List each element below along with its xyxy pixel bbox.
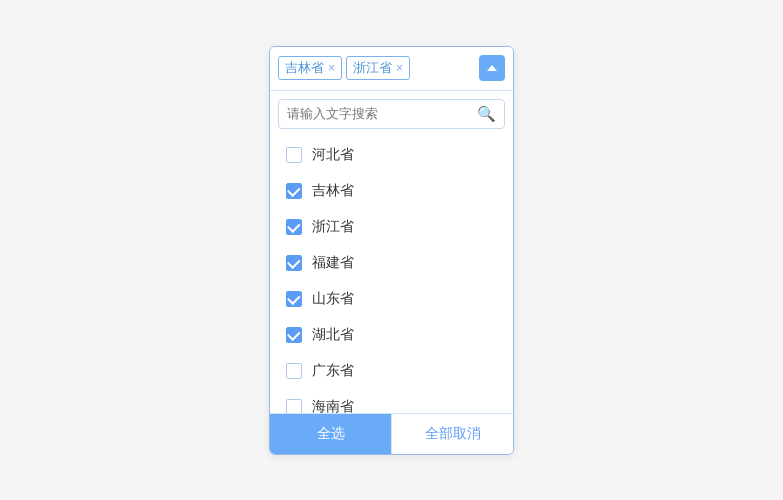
tag-jilin[interactable]: 吉林省 × — [278, 56, 342, 80]
svg-marker-0 — [487, 65, 497, 71]
footer-buttons: 全选 全部取消 — [270, 413, 513, 454]
checkbox-fujian — [286, 255, 302, 271]
search-box[interactable]: 🔍 — [278, 99, 505, 129]
option-label-hainan: 海南省 — [312, 398, 354, 413]
option-item-hubei[interactable]: 湖北省 — [270, 317, 513, 353]
tag-label: 浙江省 — [353, 59, 392, 77]
select-all-button[interactable]: 全选 — [270, 414, 391, 454]
tag-label: 吉林省 — [285, 59, 324, 77]
option-item-hainan[interactable]: 海南省 — [270, 389, 513, 413]
tag-close-zhejiang[interactable]: × — [396, 62, 403, 74]
tag-zhejiang[interactable]: 浙江省 × — [346, 56, 410, 80]
option-label-fujian: 福建省 — [312, 254, 354, 272]
chevron-up-icon — [486, 64, 498, 72]
option-label-hebei: 河北省 — [312, 146, 354, 164]
option-item-hebei[interactable]: 河北省 — [270, 137, 513, 173]
option-label-guangdong: 广东省 — [312, 362, 354, 380]
search-input[interactable] — [287, 106, 477, 121]
dropdown-toggle-button[interactable] — [479, 55, 505, 81]
option-item-fujian[interactable]: 福建省 — [270, 245, 513, 281]
checkbox-hebei — [286, 147, 302, 163]
option-item-zhejiang[interactable]: 浙江省 — [270, 209, 513, 245]
checkbox-hainan — [286, 399, 302, 413]
tag-close-jilin[interactable]: × — [328, 62, 335, 74]
option-label-hubei: 湖北省 — [312, 326, 354, 344]
clear-all-button[interactable]: 全部取消 — [391, 414, 513, 454]
search-icon: 🔍 — [477, 105, 496, 123]
option-label-jilin: 吉林省 — [312, 182, 354, 200]
option-item-shandong[interactable]: 山东省 — [270, 281, 513, 317]
checkbox-guangdong — [286, 363, 302, 379]
option-item-guangdong[interactable]: 广东省 — [270, 353, 513, 389]
checkbox-zhejiang — [286, 219, 302, 235]
option-label-zhejiang: 浙江省 — [312, 218, 354, 236]
checkbox-jilin — [286, 183, 302, 199]
checkbox-shandong — [286, 291, 302, 307]
multi-select-dropdown[interactable]: 吉林省 × 浙江省 × 🔍 河北省吉林省浙江省福建省山东省湖北省广东省海南省 全… — [269, 46, 514, 455]
options-list: 河北省吉林省浙江省福建省山东省湖北省广东省海南省 — [270, 133, 513, 413]
option-item-jilin[interactable]: 吉林省 — [270, 173, 513, 209]
checkbox-hubei — [286, 327, 302, 343]
option-label-shandong: 山东省 — [312, 290, 354, 308]
dropdown-header: 吉林省 × 浙江省 × — [270, 47, 513, 91]
